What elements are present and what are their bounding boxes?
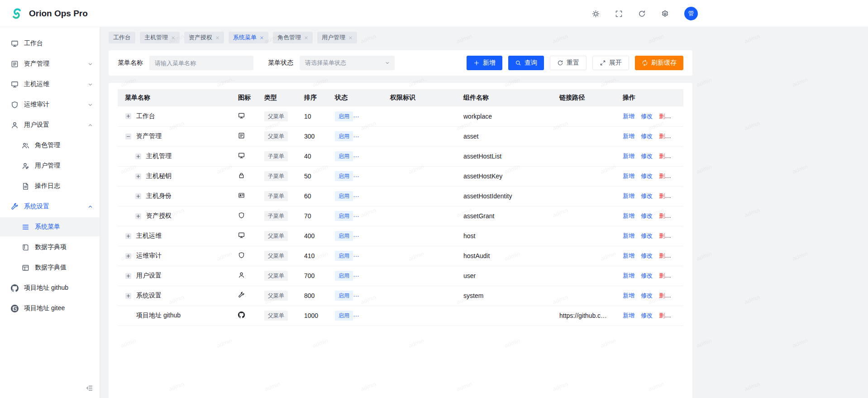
row-add-link[interactable]: 新增: [623, 312, 634, 319]
row-edit-link[interactable]: 修改: [641, 272, 653, 279]
row-add-link[interactable]: 新增: [623, 153, 634, 159]
row-add-link[interactable]: 新增: [623, 212, 634, 219]
row-edit-link[interactable]: 修改: [641, 113, 653, 120]
row-add-link[interactable]: 新增: [623, 133, 634, 139]
row-add-link[interactable]: 新增: [623, 192, 634, 199]
status-tag[interactable]: 启用: [335, 211, 353, 221]
sidebar-item[interactable]: 用户设置: [0, 115, 100, 134]
row-edit-link[interactable]: 修改: [641, 133, 653, 139]
theme-icon[interactable]: [592, 10, 600, 18]
status-tag[interactable]: 启用: [335, 251, 353, 261]
row-delete-link[interactable]: 删除: [659, 272, 671, 279]
settings-icon[interactable]: [661, 10, 669, 18]
tab-工作台[interactable]: 工作台: [109, 32, 135, 43]
visibility-tag[interactable]: 显示: [358, 111, 377, 121]
row-edit-link[interactable]: 修改: [641, 312, 653, 319]
row-add-link[interactable]: 新增: [623, 252, 634, 259]
search-button[interactable]: 查询: [508, 56, 544, 70]
sidebar-item[interactable]: 主机运维: [0, 75, 100, 94]
sidebar-item[interactable]: 用户管理: [0, 156, 100, 175]
row-delete-link[interactable]: 删除: [659, 292, 671, 299]
expand-button[interactable]: 展开: [592, 56, 629, 70]
close-icon[interactable]: [260, 36, 264, 40]
row-edit-link[interactable]: 修改: [641, 153, 653, 159]
tab-主机管理[interactable]: 主机管理: [140, 32, 180, 43]
expand-plus-icon[interactable]: [125, 273, 132, 279]
visibility-tag[interactable]: 显示: [358, 131, 377, 141]
status-tag[interactable]: 启用: [335, 171, 353, 181]
row-delete-link[interactable]: 删除: [659, 113, 671, 120]
sidebar-item[interactable]: 数据字典项: [0, 238, 100, 257]
sidebar-item[interactable]: 数据字典值: [0, 258, 100, 277]
row-edit-link[interactable]: 修改: [641, 252, 653, 259]
status-tag[interactable]: 启用: [335, 191, 353, 201]
tab-用户管理[interactable]: 用户管理: [317, 32, 357, 43]
refresh-cache-button[interactable]: 刷新缓存: [635, 56, 683, 70]
sidebar-item[interactable]: 项目地址 github: [0, 278, 100, 297]
visibility-tag[interactable]: 显示: [358, 211, 377, 221]
row-edit-link[interactable]: 修改: [641, 292, 653, 299]
sidebar-item[interactable]: 操作日志: [0, 177, 100, 196]
row-edit-link[interactable]: 修改: [641, 173, 653, 179]
sidebar-item[interactable]: 角色管理: [0, 136, 100, 155]
visibility-tag[interactable]: 显示: [358, 231, 377, 241]
row-delete-link[interactable]: 删除: [659, 232, 671, 239]
sidebar-collapse-icon[interactable]: [86, 384, 93, 392]
row-edit-link[interactable]: 修改: [641, 192, 653, 199]
visibility-tag[interactable]: 显示: [358, 311, 377, 321]
sidebar-item[interactable]: 工作台: [0, 34, 100, 53]
avatar[interactable]: 管: [684, 7, 698, 20]
reset-button[interactable]: 重置: [550, 56, 587, 70]
status-tag[interactable]: 启用: [335, 151, 353, 161]
sidebar-item[interactable]: 项目地址 gitee: [0, 299, 100, 318]
close-icon[interactable]: [215, 36, 219, 40]
tab-系统菜单[interactable]: 系统菜单: [229, 32, 268, 43]
close-icon[interactable]: [304, 36, 308, 40]
row-delete-link[interactable]: 删除: [659, 173, 671, 179]
row-edit-link[interactable]: 修改: [641, 232, 653, 239]
sidebar-item[interactable]: 资产管理: [0, 54, 100, 73]
row-edit-link[interactable]: 修改: [641, 212, 653, 219]
expand-plus-icon[interactable]: [125, 113, 132, 120]
menu-name-input[interactable]: [149, 56, 253, 70]
expand-plus-icon[interactable]: [135, 193, 142, 200]
row-delete-link[interactable]: 删除: [659, 153, 671, 159]
status-tag[interactable]: 启用: [335, 231, 353, 241]
refresh-icon[interactable]: [638, 10, 646, 18]
collapse-minus-icon[interactable]: [125, 133, 132, 140]
visibility-tag[interactable]: 显示: [358, 151, 377, 161]
status-tag[interactable]: 启用: [335, 311, 353, 321]
expand-plus-icon[interactable]: [135, 153, 142, 160]
row-add-link[interactable]: 新增: [623, 272, 634, 279]
row-delete-link[interactable]: 删除: [659, 252, 671, 259]
row-delete-link[interactable]: 删除: [659, 212, 671, 219]
visibility-tag[interactable]: 显示: [358, 291, 377, 301]
row-delete-link[interactable]: 删除: [659, 312, 671, 319]
row-add-link[interactable]: 新增: [623, 113, 634, 120]
status-tag[interactable]: 启用: [335, 131, 353, 141]
row-delete-link[interactable]: 删除: [659, 133, 671, 139]
row-add-link[interactable]: 新增: [623, 292, 634, 299]
close-icon[interactable]: [348, 36, 353, 40]
row-add-link[interactable]: 新增: [623, 173, 634, 179]
tab-资产授权[interactable]: 资产授权: [184, 32, 224, 43]
status-tag[interactable]: 启用: [335, 111, 353, 121]
expand-plus-icon[interactable]: [125, 233, 132, 240]
expand-plus-icon[interactable]: [125, 293, 132, 299]
visibility-tag[interactable]: 显示: [358, 171, 377, 181]
sidebar-item[interactable]: 运维审计: [0, 95, 100, 114]
sidebar-item[interactable]: 系统菜单: [0, 217, 100, 236]
expand-plus-icon[interactable]: [125, 253, 132, 259]
sidebar-item[interactable]: 系统设置: [0, 197, 100, 216]
visibility-tag[interactable]: 显示: [358, 271, 377, 281]
expand-plus-icon[interactable]: [135, 173, 142, 180]
close-icon[interactable]: [171, 36, 175, 40]
fullscreen-icon[interactable]: [615, 10, 623, 18]
visibility-tag[interactable]: 显示: [358, 191, 377, 201]
visibility-tag[interactable]: 显示: [358, 251, 377, 261]
row-add-link[interactable]: 新增: [623, 232, 634, 239]
status-tag[interactable]: 启用: [335, 291, 353, 301]
expand-plus-icon[interactable]: [135, 213, 142, 220]
menu-status-select[interactable]: 请选择菜单状态: [300, 56, 395, 70]
row-delete-link[interactable]: 删除: [659, 192, 671, 199]
